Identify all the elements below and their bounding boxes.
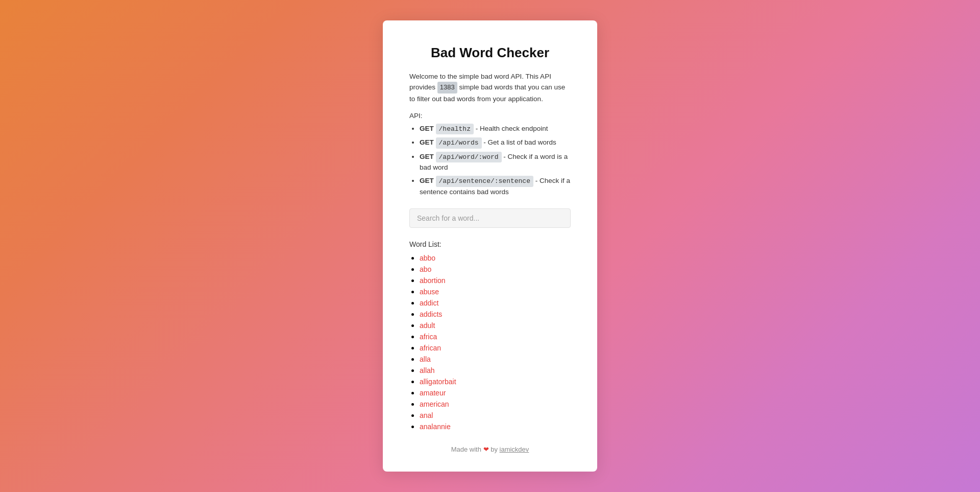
word-link[interactable]: alla bbox=[420, 355, 431, 363]
list-item: addicts bbox=[420, 310, 571, 319]
endpoint-1: /healthz bbox=[436, 124, 474, 135]
list-item: alla bbox=[420, 355, 571, 364]
footer: Made with ❤ by iamickdev bbox=[409, 446, 571, 453]
word-link[interactable]: analannie bbox=[420, 423, 451, 431]
word-link[interactable]: addicts bbox=[420, 310, 442, 318]
list-item: alligatorbait bbox=[420, 377, 571, 386]
api-endpoint-item-3: GET /api/word/:word - Check if a word is… bbox=[420, 152, 571, 173]
list-item: abuse bbox=[420, 287, 571, 296]
word-link[interactable]: abo bbox=[420, 265, 431, 273]
api-endpoint-item-4: GET /api/sentence/:sentence - Check if a… bbox=[420, 176, 571, 197]
word-link[interactable]: abbo bbox=[420, 254, 435, 262]
author-link[interactable]: iamickdev bbox=[500, 446, 529, 453]
list-item: adult bbox=[420, 321, 571, 330]
word-count-badge: 1383 bbox=[437, 82, 457, 93]
method-4: GET bbox=[420, 177, 434, 184]
word-link[interactable]: african bbox=[420, 344, 441, 352]
intro-paragraph: Welcome to the simple bad word API. This… bbox=[409, 71, 571, 105]
list-item: african bbox=[420, 343, 571, 353]
list-item: africa bbox=[420, 332, 571, 341]
word-link[interactable]: africa bbox=[420, 333, 437, 341]
list-item: addict bbox=[420, 298, 571, 308]
api-endpoint-list: GET /healthz - Health check endpoint GET… bbox=[409, 124, 571, 198]
description-2: - Get a list of bad words bbox=[483, 138, 556, 146]
list-item: amateur bbox=[420, 388, 571, 397]
word-link[interactable]: american bbox=[420, 400, 449, 408]
search-input[interactable] bbox=[409, 208, 571, 228]
word-link[interactable]: alligatorbait bbox=[420, 378, 456, 386]
list-item: allah bbox=[420, 366, 571, 375]
list-item: abo bbox=[420, 265, 571, 274]
word-list-label: Word List: bbox=[409, 240, 571, 248]
list-item: anal bbox=[420, 411, 571, 420]
main-card: Bad Word Checker Welcome to the simple b… bbox=[383, 20, 597, 472]
word-link[interactable]: allah bbox=[420, 366, 435, 374]
endpoint-2: /api/words bbox=[436, 137, 482, 149]
method-3: GET bbox=[420, 153, 434, 160]
footer-by: by bbox=[491, 446, 499, 453]
word-link[interactable]: amateur bbox=[420, 389, 446, 397]
word-link[interactable]: anal bbox=[420, 411, 433, 419]
list-item: analannie bbox=[420, 422, 571, 431]
description-1: - Health check endpoint bbox=[476, 125, 548, 132]
footer-text: Made with bbox=[451, 446, 483, 453]
word-link[interactable]: addict bbox=[420, 299, 438, 307]
word-link[interactable]: adult bbox=[420, 321, 435, 330]
list-item: abbo bbox=[420, 253, 571, 263]
endpoint-3: /api/word/:word bbox=[436, 152, 502, 163]
api-label: API: bbox=[409, 112, 571, 120]
list-item: abortion bbox=[420, 276, 571, 285]
word-list: abboaboabortionabuseaddictaddictsadultaf… bbox=[409, 253, 571, 431]
method-1: GET bbox=[420, 125, 434, 132]
api-endpoint-item-1: GET /healthz - Health check endpoint bbox=[420, 124, 571, 135]
method-2: GET bbox=[420, 138, 434, 146]
page-title: Bad Word Checker bbox=[409, 45, 571, 61]
list-item: american bbox=[420, 400, 571, 409]
api-endpoint-item-2: GET /api/words - Get a list of bad words bbox=[420, 137, 571, 149]
word-link[interactable]: abuse bbox=[420, 288, 439, 296]
word-link[interactable]: abortion bbox=[420, 276, 446, 285]
heart-icon: ❤ bbox=[483, 446, 489, 453]
endpoint-4: /api/sentence/:sentence bbox=[436, 176, 533, 187]
